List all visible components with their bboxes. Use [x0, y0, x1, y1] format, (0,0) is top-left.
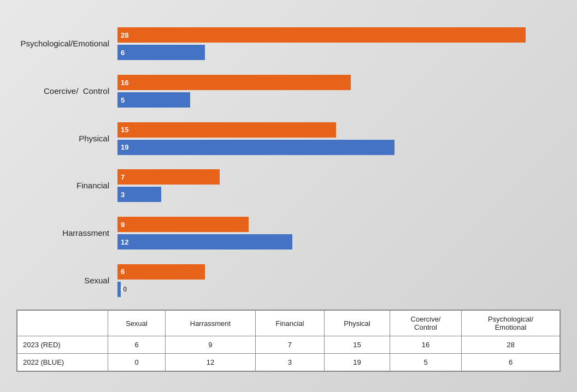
bar-orange-1: 16 — [117, 75, 351, 90]
y-label-physical: Physical — [16, 115, 109, 162]
bar-blue-2: 19 — [117, 140, 395, 155]
table-cell-2022-physical: 19 — [325, 354, 390, 371]
table-cell-2023-sexual: 6 — [108, 336, 166, 354]
bar-row-blue-4: 12 — [117, 234, 561, 250]
table-header-harrassment: Harrassment — [166, 311, 256, 336]
bar-blue-4: 12 — [117, 234, 292, 250]
chart-area: Psychological/Emotional Coercive/ Contro… — [16, 20, 561, 304]
bar-row-orange-2: 15 — [117, 122, 561, 138]
bar-label-orange-1: 16 — [121, 79, 128, 87]
bar-zero-label-5: 0 — [123, 285, 127, 293]
table-header-coercive: Coercive/Control — [390, 311, 461, 336]
bar-blue-5: 0 — [117, 282, 121, 297]
data-table-container: Sexual Harrassment Financial Physical Co… — [16, 310, 561, 372]
bar-orange-0: 28 — [117, 27, 526, 43]
bar-row-orange-5: 6 — [117, 264, 561, 280]
y-label-coercive: Coercive/ Control — [16, 68, 109, 115]
bar-orange-3: 7 — [117, 169, 220, 185]
y-label-financial: Financial — [16, 162, 109, 210]
table-cell-2023-physical: 15 — [325, 336, 390, 354]
bar-blue-3: 3 — [117, 187, 161, 202]
bar-label-orange-2: 15 — [121, 126, 128, 134]
bar-label-orange-3: 7 — [121, 173, 125, 181]
bar-row-blue-5: 00 — [117, 281, 561, 298]
bar-row-blue-3: 3 — [117, 186, 561, 203]
bar-label-orange-0: 28 — [121, 31, 128, 39]
table-header-sexual: Sexual — [108, 311, 166, 336]
bar-label-blue-1: 5 — [121, 96, 125, 104]
bar-label-orange-5: 6 — [121, 268, 125, 276]
table-header-financial: Financial — [255, 311, 324, 336]
table-cell-2022-sexual: 0 — [108, 354, 166, 371]
y-label-harrassment: Harrassment — [16, 210, 109, 257]
table-header-psychological: Psychological/Emotional — [462, 311, 560, 336]
bar-row-blue-0: 6 — [117, 44, 561, 61]
bar-group-5: 600 — [117, 257, 561, 304]
table-cell-2022-coercive: 5 — [390, 354, 461, 371]
bar-label-blue-2: 19 — [121, 143, 128, 151]
bar-row-blue-2: 19 — [117, 139, 561, 156]
table-row-2022: 2022 (BLUE) 0 12 3 19 5 6 — [17, 354, 560, 371]
bar-label-blue-0: 6 — [121, 49, 125, 57]
y-label-psychological: Psychological/Emotional — [16, 20, 109, 68]
table-cell-2022-financial: 3 — [255, 354, 324, 371]
table-cell-2022-psychological: 6 — [462, 354, 560, 371]
bar-row-orange-3: 7 — [117, 169, 561, 185]
bar-row-orange-4: 9 — [117, 216, 561, 233]
bar-group-4: 912 — [117, 210, 561, 257]
y-axis-labels: Psychological/Emotional Coercive/ Contro… — [16, 20, 115, 304]
bar-group-0: 286 — [117, 20, 561, 68]
bar-orange-4: 9 — [117, 217, 249, 232]
bar-row-orange-0: 28 — [117, 27, 561, 43]
table-cell-2022-harrassment: 12 — [166, 354, 256, 371]
table-cell-2023-coercive: 16 — [390, 336, 461, 354]
table-cell-year-2023: 2023 (RED) — [17, 336, 108, 354]
bar-row-blue-1: 5 — [117, 92, 561, 108]
bar-group-1: 165 — [117, 68, 561, 115]
table-header-empty — [17, 311, 108, 336]
table-cell-2023-financial: 7 — [255, 336, 324, 354]
table-row-2023: 2023 (RED) 6 9 7 15 16 28 — [17, 336, 560, 354]
table-header-physical: Physical — [325, 311, 390, 336]
bars-area: 286165151973912600 — [115, 20, 561, 304]
bar-row-orange-1: 16 — [117, 74, 561, 91]
bar-label-blue-3: 3 — [121, 191, 125, 199]
chart-container: Psychological/Emotional Coercive/ Contro… — [16, 20, 561, 372]
bar-orange-5: 6 — [117, 264, 205, 280]
table-cell-year-2022: 2022 (BLUE) — [17, 354, 108, 371]
y-label-sexual: Sexual — [16, 257, 109, 304]
table-cell-2023-psychological: 28 — [462, 336, 560, 354]
bar-blue-0: 6 — [117, 45, 205, 60]
bar-group-2: 1519 — [117, 115, 561, 162]
data-table: Sexual Harrassment Financial Physical Co… — [17, 310, 560, 371]
bar-orange-2: 15 — [117, 122, 336, 138]
bar-blue-1: 5 — [117, 92, 190, 108]
bar-label-blue-4: 12 — [121, 238, 128, 246]
table-cell-2023-harrassment: 9 — [166, 336, 256, 354]
bar-label-orange-4: 9 — [121, 221, 125, 229]
bar-group-3: 73 — [117, 162, 561, 210]
